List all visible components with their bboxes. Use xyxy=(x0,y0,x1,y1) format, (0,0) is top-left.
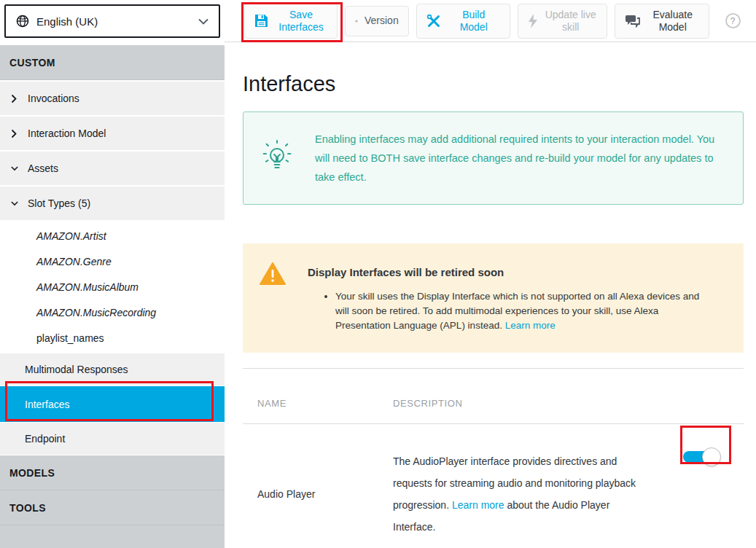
build-tools-icon xyxy=(426,14,441,28)
sidebar-item-interaction-model[interactable]: Interaction Model xyxy=(0,117,225,150)
interfaces-table-header: NAME DESCRIPTION xyxy=(243,369,744,424)
save-icon xyxy=(254,14,268,28)
column-header-name: NAME xyxy=(257,398,393,409)
toolbar: Save Interfaces Version Build Model xyxy=(225,0,756,42)
warning-triangle-icon xyxy=(260,262,286,335)
sidebar-section-tools[interactable]: TOOLS xyxy=(0,490,225,525)
page-title: Interfaces xyxy=(243,72,744,95)
warning-banner: Display Interfaces will be retired soon … xyxy=(243,243,744,353)
sidebar-item-label: Slot Types (5) xyxy=(28,197,90,209)
alexa-developer-console: English (UK) CUSTOM Invocations Interact… xyxy=(0,0,756,548)
slot-type-list: AMAZON.Artist AMAZON.Genre AMAZON.MusicA… xyxy=(0,222,225,353)
sidebar-item-label: Invocations xyxy=(28,93,79,104)
version-button[interactable]: Version xyxy=(345,6,409,36)
sidebar: English (UK) CUSTOM Invocations Interact… xyxy=(0,0,225,548)
version-label: Version xyxy=(365,15,399,27)
audio-player-toggle[interactable] xyxy=(683,447,724,466)
sidebar-item-label: Interaction Model xyxy=(28,128,106,139)
slot-type-playlist-names[interactable]: playlist_names xyxy=(0,326,225,351)
version-dot-icon xyxy=(355,20,358,23)
build-model-button[interactable]: Build Model xyxy=(416,4,510,39)
lightbulb-icon xyxy=(261,139,293,177)
warning-bullet-list: Your skill uses the Display Interface wh… xyxy=(335,289,709,333)
audio-player-row: Audio Player The AudioPlayer interface p… xyxy=(243,424,744,548)
sidebar-item-label: Assets xyxy=(28,163,58,174)
column-header-description: DESCRIPTION xyxy=(393,398,462,409)
evaluate-model-label: Evaluate Model xyxy=(647,9,699,34)
language-selector-area: English (UK) xyxy=(0,0,225,45)
slot-type-amazon-artist[interactable]: AMAZON.Artist xyxy=(0,224,225,249)
language-selector[interactable]: English (UK) xyxy=(4,4,220,38)
sidebar-item-endpoint[interactable]: Endpoint xyxy=(0,423,225,455)
slot-type-amazon-musicalbum[interactable]: AMAZON.MusicAlbum xyxy=(0,275,225,300)
evaluate-model-button[interactable]: Evaluate Model xyxy=(615,4,709,39)
warning-bullet: Your skill uses the Display Interface wh… xyxy=(335,289,709,333)
save-interfaces-button[interactable]: Save Interfaces xyxy=(244,4,338,39)
sidebar-section-models[interactable]: MODELS xyxy=(0,455,225,490)
build-model-label: Build Model xyxy=(448,9,500,34)
warning-banner-body: Display Interfaces will be retired soon … xyxy=(308,262,709,335)
chevron-right-icon xyxy=(11,94,18,103)
save-interfaces-label: Save Interfaces xyxy=(275,9,327,34)
chevron-right-icon xyxy=(11,129,18,138)
slot-type-amazon-genre[interactable]: AMAZON.Genre xyxy=(0,249,225,275)
warning-learn-more-link[interactable]: Learn more xyxy=(505,320,556,331)
slot-type-amazon-musicrecording[interactable]: AMAZON.MusicRecording xyxy=(0,300,225,326)
update-live-skill-button[interactable]: Update live skill xyxy=(518,4,607,39)
globe-icon xyxy=(16,15,29,28)
language-selector-label: English (UK) xyxy=(36,15,98,28)
update-live-skill-label: Update live skill xyxy=(545,9,597,34)
toggle-knob xyxy=(702,447,721,466)
warning-banner-title: Display Interfaces will be retired soon xyxy=(308,265,709,280)
sidebar-section-custom: CUSTOM xyxy=(0,45,225,80)
sidebar-filler xyxy=(0,525,225,548)
info-banner-text: Enabling interfaces may add additional r… xyxy=(315,130,721,187)
interface-name: Audio Player xyxy=(257,488,393,500)
chevron-down-icon xyxy=(11,200,18,206)
help-icon[interactable]: ? xyxy=(725,13,741,28)
interface-description: The AudioPlayer interface provides direc… xyxy=(393,450,644,538)
sidebar-item-interfaces[interactable]: Interfaces xyxy=(0,386,225,422)
info-banner: Enabling interfaces may add additional r… xyxy=(243,111,744,205)
lightning-bolt-icon xyxy=(528,14,538,28)
sidebar-item-assets[interactable]: Assets xyxy=(0,152,225,185)
chevron-down-icon xyxy=(198,18,209,25)
sidebar-item-multimodal-responses[interactable]: Multimodal Responses xyxy=(0,353,225,385)
chat-bubbles-icon xyxy=(625,15,640,28)
sidebar-item-invocations[interactable]: Invocations xyxy=(0,82,225,115)
description-learn-more-link[interactable]: Learn more xyxy=(452,499,504,511)
sidebar-item-slot-types[interactable]: Slot Types (5) xyxy=(0,187,225,220)
chevron-down-icon xyxy=(11,165,18,171)
main-area: Save Interfaces Version Build Model xyxy=(225,0,756,548)
interfaces-page: Interfaces xyxy=(225,72,756,548)
